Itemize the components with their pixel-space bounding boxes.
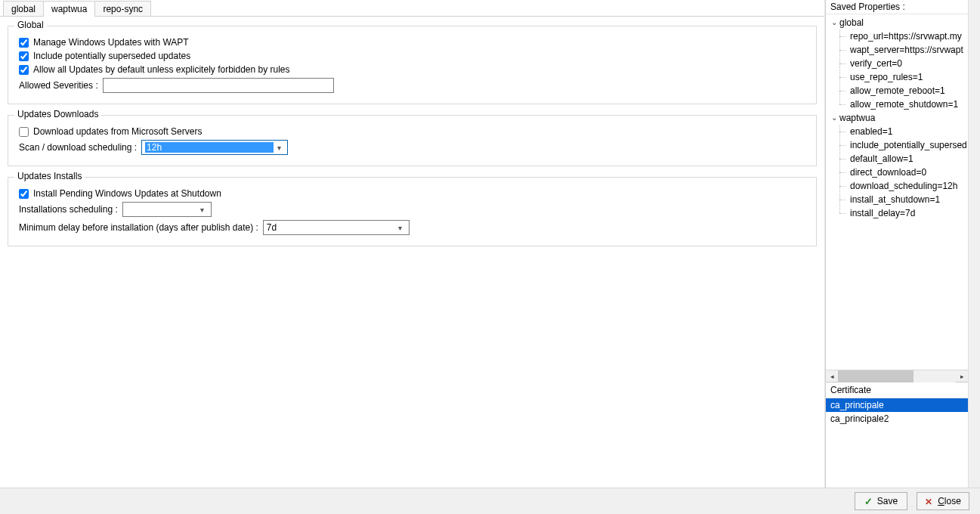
tree-leaf-label: direct_download=0 [850, 167, 926, 178]
tab-repo-sync[interactable]: repo-sync [94, 1, 151, 17]
group-title-downloads: Updates Downloads [14, 109, 101, 119]
chevron-down-icon: ▾ [274, 144, 284, 152]
download-ms-checkbox[interactable] [19, 127, 29, 137]
tree-leaf-label: allow_remote_reboot=1 [850, 85, 945, 96]
tree-leaf[interactable]: wapt_server=https://srvwapt [829, 43, 968, 57]
tab-bar: global waptwua repo-sync [0, 0, 824, 17]
scroll-track[interactable] [838, 370, 956, 382]
tree-leaf[interactable]: allow_remote_shutdown=1 [829, 98, 968, 111]
tree-leaf-label: install_at_shutdown=1 [850, 194, 940, 205]
tab-label: waptwua [51, 4, 87, 14]
tree-leaf[interactable]: use_repo_rules=1 [829, 70, 968, 84]
tab-label: global [11, 4, 36, 14]
tree-leaf[interactable]: enabled=1 [829, 125, 968, 138]
tab-waptwua[interactable]: waptwua [43, 1, 95, 17]
chevron-down-icon: ▾ [395, 224, 406, 232]
tree-node-waptwua[interactable]: ⌄ waptwua [829, 111, 968, 125]
tree-leaf-label: allow_remote_shutdown=1 [850, 99, 958, 110]
certificate-item[interactable]: ca_principale2 [826, 412, 968, 426]
install-shutdown-checkbox[interactable] [19, 189, 29, 199]
tree-leaf-label: repo_url=https://srvwapt.my [850, 31, 962, 42]
allow-all-checkbox[interactable] [19, 65, 29, 75]
tree-node-global[interactable]: ⌄ global [829, 16, 968, 29]
scroll-left-arrow-icon[interactable]: ◂ [826, 370, 838, 382]
tree-leaf[interactable]: download_scheduling=12h [829, 179, 968, 193]
group-updates-downloads: Updates Downloads Download updates from … [8, 115, 817, 166]
tree-leaf-label: verify_cert=0 [850, 58, 902, 69]
tree-leaf[interactable]: default_allow=1 [829, 152, 968, 166]
manage-wu-checkbox[interactable] [19, 38, 29, 48]
scan-scheduling-value: 12h [145, 142, 274, 153]
certificate-label: ca_principale2 [830, 413, 889, 424]
chevron-down-icon: ▾ [197, 206, 208, 214]
horizontal-scrollbar[interactable]: ◂ ▸ [826, 370, 968, 382]
expand-icon[interactable]: ⌄ [830, 16, 838, 29]
save-button-label: Save [877, 496, 898, 506]
install-sched-label: Installations scheduling : [19, 204, 118, 215]
scroll-right-arrow-icon[interactable]: ▸ [956, 370, 968, 382]
tree-leaf[interactable]: direct_download=0 [829, 166, 968, 179]
tree-leaf-label: include_potentially_supersed [850, 140, 967, 150]
properties-tree[interactable]: ⌄ global repo_url=https://srvwapt.my wap… [826, 14, 968, 370]
group-title-global: Global [14, 20, 47, 30]
scan-scheduling-combobox[interactable]: 12h ▾ [141, 140, 288, 155]
tree-leaf[interactable]: install_delay=7d [829, 206, 968, 220]
scroll-thumb[interactable] [838, 370, 914, 382]
install-sched-combobox[interactable]: ▾ [122, 202, 212, 217]
close-icon [925, 497, 934, 506]
expand-icon[interactable]: ⌄ [830, 111, 838, 125]
check-icon [864, 497, 873, 506]
group-global: Global Manage Windows Updates with WAPT … [8, 26, 817, 104]
tab-label: repo-sync [103, 4, 143, 14]
group-title-installs: Updates Installs [14, 171, 85, 181]
saved-properties-title: Saved Properties : [826, 0, 968, 14]
tree-leaf-label: enabled=1 [850, 126, 892, 137]
close-button[interactable]: Close [917, 492, 969, 510]
bottom-bar: Save Close [0, 488, 980, 514]
tree-node-label: waptwua [839, 111, 875, 125]
close-button-label: Close [938, 496, 961, 506]
vertical-scrollbar[interactable] [968, 0, 980, 514]
allow-all-label[interactable]: Allow all Updates by default unless expl… [19, 64, 290, 75]
tab-content: Global Manage Windows Updates with WAPT … [0, 17, 824, 514]
allowed-severities-input[interactable] [103, 78, 334, 93]
include-superseded-text: Include potentially superseded updates [33, 51, 190, 61]
tree-leaf-label: install_delay=7d [850, 208, 915, 218]
download-ms-label[interactable]: Download updates from Microsoft Servers [19, 126, 202, 137]
include-superseded-label[interactable]: Include potentially superseded updates [19, 51, 190, 61]
install-shutdown-label[interactable]: Install Pending Windows Updates at Shutd… [19, 188, 221, 199]
tree-leaf-label: use_repo_rules=1 [850, 72, 923, 82]
tree-leaf[interactable]: verify_cert=0 [829, 57, 968, 70]
tree-leaf[interactable]: install_at_shutdown=1 [829, 193, 968, 206]
scan-scheduling-label: Scan / download scheduling : [19, 142, 137, 153]
tree-leaf-label: wapt_server=https://srvwapt [850, 45, 963, 55]
tree-leaf[interactable]: repo_url=https://srvwapt.my [829, 29, 968, 43]
tree-leaf[interactable]: allow_remote_reboot=1 [829, 84, 968, 98]
tree-leaf-label: default_allow=1 [850, 153, 914, 164]
save-button[interactable]: Save [855, 492, 907, 510]
tab-global[interactable]: global [3, 1, 44, 17]
group-updates-installs: Updates Installs Install Pending Windows… [8, 177, 817, 246]
certificate-panel: Certificate ca_principale ca_principale2 [826, 382, 968, 488]
tree-leaf[interactable]: include_potentially_supersed [829, 138, 968, 152]
manage-wu-label[interactable]: Manage Windows Updates with WAPT [19, 37, 189, 48]
download-ms-text: Download updates from Microsoft Servers [33, 126, 202, 137]
allowed-severities-label: Allowed Severities : [19, 80, 98, 91]
install-shutdown-text: Install Pending Windows Updates at Shutd… [33, 188, 221, 199]
allow-all-text: Allow all Updates by default unless expl… [33, 64, 290, 75]
manage-wu-text: Manage Windows Updates with WAPT [33, 37, 189, 48]
tree-leaf-label: download_scheduling=12h [850, 181, 957, 191]
min-delay-value: 7d [267, 222, 395, 233]
certificate-label: ca_principale [830, 400, 884, 410]
certificate-header: Certificate [826, 382, 968, 398]
certificate-item[interactable]: ca_principale [826, 398, 968, 412]
min-delay-combobox[interactable]: 7d ▾ [263, 220, 410, 235]
include-superseded-checkbox[interactable] [19, 51, 29, 61]
min-delay-label: Minimum delay before installation (days … [19, 222, 258, 233]
tree-node-label: global [839, 16, 864, 29]
